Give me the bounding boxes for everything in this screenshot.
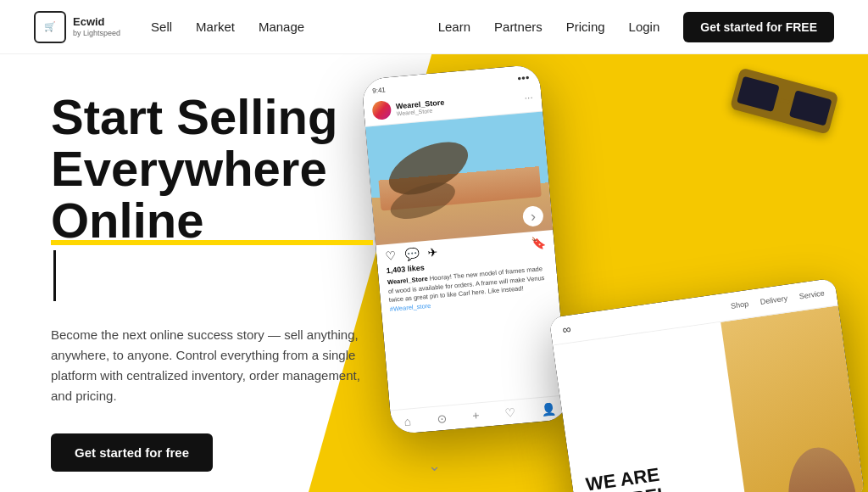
sg-lens-right <box>789 90 832 126</box>
tablet-nav: Shop Delivery Service <box>730 288 825 310</box>
nav-manage[interactable]: Manage <box>259 20 304 34</box>
nav-pricing[interactable]: Pricing <box>566 20 605 34</box>
bookmark-icon[interactable]: 🔖 <box>531 236 546 250</box>
get-started-button[interactable]: Get started for FREE <box>683 12 834 42</box>
sg-bridge <box>779 98 790 104</box>
hero-title-line1: Start Selling <box>51 92 373 143</box>
ig-more-icon: ··· <box>524 91 533 103</box>
hero-cta-button[interactable]: Get started for free <box>51 433 213 472</box>
logo-name: Ecwid <box>73 16 120 28</box>
phone-icons: ●●● <box>517 74 530 82</box>
hero-left: Start Selling Everywhere Online Become t… <box>0 54 407 492</box>
tablet-content: WE ARE WEAREL Wooden frame... <box>553 322 748 492</box>
sg-lens-left <box>737 76 780 112</box>
scroll-indicator[interactable]: ⌄ <box>428 456 441 475</box>
logo-icon: 🛒 <box>34 11 66 43</box>
logo[interactable]: 🛒 Ecwid by Lightspeed <box>34 11 120 43</box>
nav-learn[interactable]: Learn <box>438 20 470 34</box>
plus-icon[interactable]: + <box>472 408 481 422</box>
nav-partners[interactable]: Partners <box>494 20 542 34</box>
nav-right: Learn Partners Pricing Login <box>438 20 660 34</box>
logo-sub: by Lightspeed <box>73 29 120 37</box>
nav-market[interactable]: Market <box>196 20 235 34</box>
share-icon[interactable]: ✈ <box>426 245 437 260</box>
search-icon[interactable]: ⊙ <box>436 411 447 426</box>
header: 🛒 Ecwid by Lightspeed Sell Market Manage… <box>0 0 868 54</box>
next-arrow[interactable]: › <box>522 205 544 227</box>
nav-sell[interactable]: Sell <box>151 20 172 34</box>
nav-login[interactable]: Login <box>629 20 660 34</box>
logo-text-block: Ecwid by Lightspeed <box>73 16 120 36</box>
tablet-nav-delivery[interactable]: Delivery <box>760 294 788 306</box>
hero-title-line2: Everywhere Online <box>51 143 373 301</box>
tablet-brand-text: WE ARE WEAREL <box>585 455 732 492</box>
person-silhouette <box>774 389 856 492</box>
hero-title: Start Selling Everywhere Online <box>51 92 373 301</box>
header-left: 🛒 Ecwid by Lightspeed Sell Market Manage <box>34 11 304 43</box>
scroll-down-icon: ⌄ <box>428 456 441 475</box>
nav-left: Sell Market Manage <box>151 20 304 34</box>
header-right: Learn Partners Pricing Login Get started… <box>438 12 834 42</box>
tablet-logo-icon: ∞ <box>562 322 570 337</box>
tablet-nav-shop[interactable]: Shop <box>730 299 748 310</box>
hero-title-underline: Everywhere Online <box>51 143 373 247</box>
profile-icon[interactable]: 👤 <box>541 401 556 416</box>
hero-description: Become the next online success story — s… <box>51 325 373 406</box>
tablet-logo: ∞ <box>562 322 570 337</box>
heart-icon[interactable]: ♡ <box>504 405 516 420</box>
main-content: Start Selling Everywhere Online Become t… <box>0 54 868 492</box>
tablet-nav-service[interactable]: Service <box>798 288 825 300</box>
